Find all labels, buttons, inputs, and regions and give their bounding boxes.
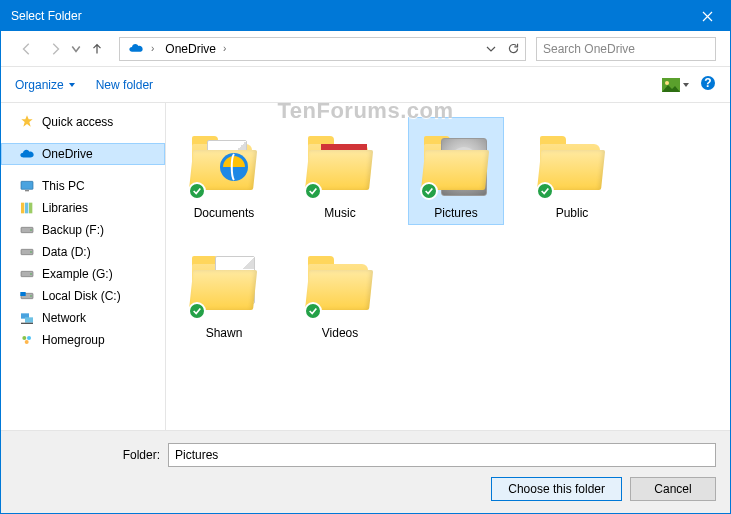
- search-input[interactable]: Search OneDrive: [536, 37, 716, 61]
- navigation-sidebar: Quick accessOneDriveThis PCLibrariesBack…: [1, 103, 166, 430]
- drive-icon: [19, 266, 35, 282]
- sync-ok-icon: [188, 182, 206, 200]
- folder-label: Pictures: [434, 206, 477, 220]
- svg-text:?: ?: [704, 76, 711, 90]
- close-button[interactable]: [685, 1, 730, 31]
- sync-ok-icon: [420, 182, 438, 200]
- sidebar-item-label: OneDrive: [42, 147, 93, 161]
- sync-ok-icon: [536, 182, 554, 200]
- sidebar-item-label: Data (D:): [42, 245, 91, 259]
- toolbar: Organize New folder ?: [1, 67, 730, 103]
- organize-label: Organize: [15, 78, 64, 92]
- main-area: Quick accessOneDriveThis PCLibrariesBack…: [1, 103, 730, 430]
- back-button[interactable]: [15, 37, 39, 61]
- titlebar: Select Folder: [1, 1, 730, 31]
- folder-icon: [300, 122, 380, 202]
- folder-item-documents[interactable]: Documents: [176, 117, 272, 225]
- search-placeholder: Search OneDrive: [543, 42, 635, 56]
- chevron-down-icon: [682, 81, 690, 89]
- sidebar-item-this-pc[interactable]: This PC: [1, 175, 165, 197]
- new-folder-button[interactable]: New folder: [96, 78, 153, 92]
- pc-icon: [19, 178, 35, 194]
- onedrive-icon: [19, 146, 35, 162]
- sidebar-item-label: Local Disk (C:): [42, 289, 121, 303]
- folder-icon: [416, 122, 496, 202]
- svg-rect-17: [20, 292, 25, 296]
- sidebar-item-label: Homegroup: [42, 333, 105, 347]
- folder-name-input[interactable]: [168, 443, 716, 467]
- breadcrumb-root[interactable]: ›: [124, 38, 161, 60]
- folder-icon: [532, 122, 612, 202]
- forward-button[interactable]: [43, 37, 67, 61]
- sidebar-item-backup-f-[interactable]: Backup (F:): [1, 219, 165, 241]
- folder-item-pictures[interactable]: Pictures: [408, 117, 504, 225]
- chevron-down-icon: [68, 81, 76, 89]
- drive-icon: [19, 244, 35, 260]
- svg-point-14: [30, 273, 32, 275]
- sidebar-item-label: Backup (F:): [42, 223, 104, 237]
- libraries-icon: [19, 200, 35, 216]
- chevron-right-icon: ›: [220, 43, 229, 54]
- folder-field-label: Folder:: [115, 448, 160, 462]
- homegroup-icon: [19, 332, 35, 348]
- svg-point-22: [25, 340, 29, 344]
- folder-label: Public: [556, 206, 589, 220]
- sync-ok-icon: [304, 302, 322, 320]
- view-options-button[interactable]: [662, 78, 690, 92]
- folder-item-public[interactable]: Public: [524, 117, 620, 225]
- folder-icon: [184, 122, 264, 202]
- svg-rect-4: [21, 181, 33, 189]
- sidebar-item-example-g-[interactable]: Example (G:): [1, 263, 165, 285]
- svg-rect-8: [29, 203, 32, 214]
- svg-rect-7: [25, 203, 28, 214]
- refresh-button[interactable]: [503, 39, 523, 59]
- newfolder-label: New folder: [96, 78, 153, 92]
- folder-label: Documents: [194, 206, 255, 220]
- address-bar[interactable]: › OneDrive ›: [119, 37, 526, 61]
- help-button[interactable]: ?: [700, 75, 716, 94]
- svg-point-1: [665, 81, 669, 85]
- sidebar-item-label: Network: [42, 311, 86, 325]
- svg-rect-5: [25, 190, 29, 191]
- cancel-button[interactable]: Cancel: [630, 477, 716, 501]
- sync-ok-icon: [304, 182, 322, 200]
- picture-icon: [662, 78, 680, 92]
- svg-point-12: [30, 251, 32, 253]
- folder-item-shawn[interactable]: Shawn: [176, 237, 272, 345]
- sidebar-item-homegroup[interactable]: Homegroup: [1, 329, 165, 351]
- sidebar-item-label: Quick access: [42, 115, 113, 129]
- folder-label: Music: [324, 206, 355, 220]
- chevron-right-icon: ›: [148, 43, 157, 54]
- sidebar-item-local-disk-c-[interactable]: Local Disk (C:): [1, 285, 165, 307]
- history-dropdown[interactable]: [71, 37, 81, 61]
- sidebar-item-libraries[interactable]: Libraries: [1, 197, 165, 219]
- sidebar-item-data-d-[interactable]: Data (D:): [1, 241, 165, 263]
- breadcrumb-label: OneDrive: [165, 42, 216, 56]
- sidebar-item-quick-access[interactable]: Quick access: [1, 111, 165, 133]
- help-icon: ?: [700, 75, 716, 91]
- up-button[interactable]: [85, 37, 109, 61]
- sidebar-item-label: Libraries: [42, 201, 88, 215]
- navigation-bar: › OneDrive › Search OneDrive: [1, 31, 730, 67]
- breadcrumb-onedrive[interactable]: OneDrive ›: [161, 38, 233, 60]
- address-dropdown[interactable]: [481, 39, 501, 59]
- sync-ok-icon: [188, 302, 206, 320]
- window-title: Select Folder: [11, 9, 685, 23]
- folder-icon: [184, 242, 264, 322]
- svg-point-21: [27, 336, 31, 340]
- folder-item-music[interactable]: Music: [292, 117, 388, 225]
- folder-label: Videos: [322, 326, 358, 340]
- sidebar-item-network[interactable]: Network: [1, 307, 165, 329]
- choose-folder-button[interactable]: Choose this folder: [491, 477, 622, 501]
- svg-point-20: [22, 336, 26, 340]
- folder-item-videos[interactable]: Videos: [292, 237, 388, 345]
- sidebar-item-onedrive[interactable]: OneDrive: [1, 143, 165, 165]
- folder-label: Shawn: [206, 326, 243, 340]
- folder-content: DocumentsMusicPicturesPublicShawnVideos: [166, 103, 730, 430]
- onedrive-icon: [128, 41, 144, 57]
- folder-icon: [300, 242, 380, 322]
- svg-rect-19: [25, 317, 33, 322]
- drive-icon: [19, 222, 35, 238]
- organize-menu[interactable]: Organize: [15, 78, 76, 92]
- network-icon: [19, 310, 35, 326]
